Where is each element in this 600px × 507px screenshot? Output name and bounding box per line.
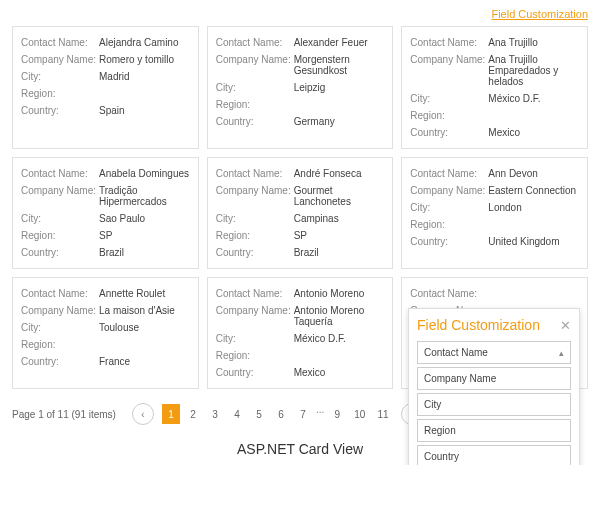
- country-label: Country:: [410, 236, 488, 247]
- card: Contact Name:Antonio MorenoCompany Name:…: [207, 277, 394, 389]
- card-row: Country:Brazil: [21, 247, 190, 258]
- company-name-value: Gourmet Lanchonetes: [294, 185, 385, 207]
- contact-name-value: Alejandra Camino: [99, 37, 179, 48]
- country-value: France: [99, 356, 130, 367]
- card-row: Company Name:La maison d'Asie: [21, 305, 190, 316]
- field-item-label: Contact Name: [424, 347, 488, 358]
- region-label: Region:: [216, 350, 294, 361]
- card-row: Contact Name:Alejandra Camino: [21, 37, 190, 48]
- card-row: City:Leipzig: [216, 82, 385, 93]
- contact-name-label: Contact Name:: [216, 37, 294, 48]
- card-row: Region:SP: [216, 230, 385, 241]
- pager-page[interactable]: 11: [373, 404, 392, 424]
- company-name-label: Company Name:: [21, 305, 99, 316]
- pager-page[interactable]: 10: [350, 404, 369, 424]
- card-row: City:Campinas: [216, 213, 385, 224]
- card: Contact Name:Alexander FeuerCompany Name…: [207, 26, 394, 149]
- card-row: Country:Spain: [21, 105, 190, 116]
- contact-name-label: Contact Name:: [216, 288, 294, 299]
- country-label: Country:: [216, 116, 294, 127]
- card: Contact Name:Ana TrujilloCompany Name:An…: [401, 26, 588, 149]
- company-name-value: Ana Trujillo Emparedados y helados: [488, 54, 579, 87]
- pager-page[interactable]: 6: [272, 404, 290, 424]
- field-customization-popup: Field Customization ✕ Contact Name▴Compa…: [408, 308, 580, 465]
- company-name-value: La maison d'Asie: [99, 305, 175, 316]
- region-value: SP: [99, 230, 112, 241]
- company-name-value: Romero y tomillo: [99, 54, 174, 65]
- country-value: Spain: [99, 105, 125, 116]
- country-value: Brazil: [99, 247, 124, 258]
- contact-name-label: Contact Name:: [21, 37, 99, 48]
- card-row: City:México D.F.: [216, 333, 385, 344]
- city-label: City:: [216, 213, 294, 224]
- region-label: Region:: [410, 110, 488, 121]
- contact-name-value: Annette Roulet: [99, 288, 165, 299]
- company-name-value: Eastern Connection: [488, 185, 576, 196]
- card: Contact Name:Alejandra CaminoCompany Nam…: [12, 26, 199, 149]
- pager-page[interactable]: 5: [250, 404, 268, 424]
- pager-page[interactable]: 7: [294, 404, 312, 424]
- field-item[interactable]: Company Name: [417, 367, 571, 390]
- country-value: United Kingdom: [488, 236, 559, 247]
- pager-ellipsis: ...: [316, 404, 324, 424]
- city-value: Sao Paulo: [99, 213, 145, 224]
- field-item[interactable]: Contact Name▴: [417, 341, 571, 364]
- city-label: City:: [410, 93, 488, 104]
- card-row: City:London: [410, 202, 579, 213]
- field-customization-link[interactable]: Field Customization: [491, 8, 588, 20]
- field-item-label: Country: [424, 451, 459, 462]
- country-label: Country:: [21, 356, 99, 367]
- pager-page[interactable]: 2: [184, 404, 202, 424]
- contact-name-value: Antonio Moreno: [294, 288, 365, 299]
- card-row: Region:: [21, 339, 190, 350]
- card-row: City:Madrid: [21, 71, 190, 82]
- field-item[interactable]: Country: [417, 445, 571, 465]
- card-row: Company Name:Antonio Moreno Taquería: [216, 305, 385, 327]
- city-value: Toulouse: [99, 322, 139, 333]
- pager-info: Page 1 of 11 (91 items): [12, 409, 116, 420]
- pager-page[interactable]: 9: [328, 404, 346, 424]
- card: Contact Name:Annette RouletCompany Name:…: [12, 277, 199, 389]
- field-item-label: Region: [424, 425, 456, 436]
- company-name-label: Company Name:: [410, 54, 488, 87]
- card: Contact Name:André FonsecaCompany Name:G…: [207, 157, 394, 269]
- field-item-label: City: [424, 399, 441, 410]
- city-label: City:: [21, 213, 99, 224]
- card-row: City:Toulouse: [21, 322, 190, 333]
- pager-page[interactable]: 3: [206, 404, 224, 424]
- card-row: Country:United Kingdom: [410, 236, 579, 247]
- region-value: SP: [294, 230, 307, 241]
- contact-name-label: Contact Name:: [21, 288, 99, 299]
- pager-page[interactable]: 1: [162, 404, 180, 424]
- card-row: Contact Name:Ana Trujillo: [410, 37, 579, 48]
- contact-name-label: Contact Name:: [21, 168, 99, 179]
- city-value: Campinas: [294, 213, 339, 224]
- pager-prev-button[interactable]: ‹: [132, 403, 154, 425]
- pager-page[interactable]: 4: [228, 404, 246, 424]
- card-row: Country:Brazil: [216, 247, 385, 258]
- card-row: Company Name:Ana Trujillo Emparedados y …: [410, 54, 579, 87]
- top-link-row: Field Customization: [12, 8, 588, 20]
- card-row: Country:France: [21, 356, 190, 367]
- country-label: Country:: [21, 105, 99, 116]
- field-item[interactable]: Region: [417, 419, 571, 442]
- city-label: City:: [410, 202, 488, 213]
- card-row: Country:Germany: [216, 116, 385, 127]
- card-row: City:México D.F.: [410, 93, 579, 104]
- contact-name-label: Contact Name:: [410, 37, 488, 48]
- company-name-value: Tradição Hipermercados: [99, 185, 190, 207]
- company-name-label: Company Name:: [216, 54, 294, 76]
- region-label: Region:: [21, 339, 99, 350]
- contact-name-label: Contact Name:: [410, 168, 488, 179]
- card-row: Country:Mexico: [216, 367, 385, 378]
- card-row: Country:Mexico: [410, 127, 579, 138]
- company-name-label: Company Name:: [21, 185, 99, 207]
- card-row: Contact Name:: [410, 288, 579, 299]
- close-icon[interactable]: ✕: [560, 318, 571, 333]
- card-row: Region:: [21, 88, 190, 99]
- region-label: Region:: [216, 230, 294, 241]
- country-value: Germany: [294, 116, 335, 127]
- field-item[interactable]: City: [417, 393, 571, 416]
- country-label: Country:: [410, 127, 488, 138]
- city-label: City:: [216, 82, 294, 93]
